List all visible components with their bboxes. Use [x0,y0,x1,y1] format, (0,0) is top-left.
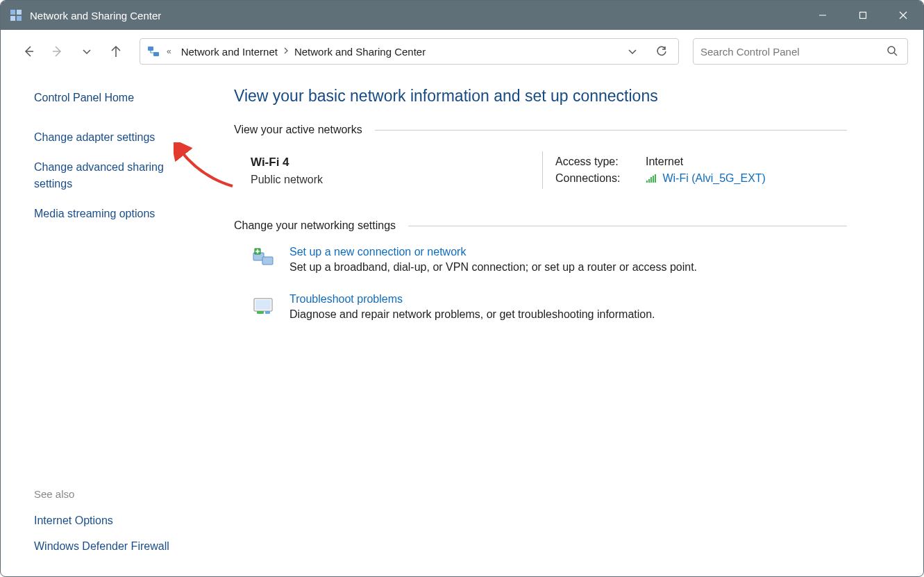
sidebar-control-panel-home[interactable]: Control Panel Home [34,90,194,106]
search-box[interactable] [693,38,908,65]
access-type-value: Internet [646,156,683,168]
breadcrumb-network-sharing-center[interactable]: Network and Sharing Center [290,43,430,60]
svg-rect-26 [257,311,264,314]
search-icon[interactable] [887,45,900,58]
change-networking-heading: Change your networking settings [234,219,396,232]
see-also-windows-defender-firewall[interactable]: Windows Defender Firewall [34,538,194,554]
troubleshoot-desc: Diagnose and repair network problems, or… [289,308,655,321]
see-also-internet-options[interactable]: Internet Options [34,512,194,528]
svg-rect-25 [255,300,271,310]
svg-line-14 [894,53,897,56]
svg-rect-0 [10,10,15,15]
vertical-divider [542,151,543,189]
sidebar: Control Panel Home Change adapter settin… [1,73,209,576]
maximize-button[interactable] [843,1,883,30]
connections-label: Connections: [555,172,646,186]
connection-link[interactable]: Wi-Fi (Alvi_5G_EXT) [662,172,765,184]
svg-rect-16 [648,179,650,183]
back-button[interactable] [16,39,41,64]
divider [408,226,847,226]
main-content: View your basic network information and … [209,73,923,576]
minimize-button[interactable] [803,1,843,30]
svg-rect-1 [17,10,22,15]
svg-rect-27 [265,311,270,314]
active-networks-heading: View your active networks [234,124,362,136]
title-bar: Network and Sharing Center [1,1,923,30]
svg-rect-11 [148,47,153,51]
troubleshoot-link[interactable]: Troubleshoot problems [289,293,403,306]
svg-rect-15 [646,181,648,183]
search-input[interactable] [700,46,887,58]
toolbar: « Network and Internet Network and Shari… [1,30,923,73]
recent-dropdown-button[interactable] [74,39,99,64]
up-button[interactable] [103,39,128,64]
svg-point-13 [888,47,895,53]
network-type: Public network [251,174,542,186]
svg-rect-19 [655,174,656,183]
svg-rect-2 [10,16,15,21]
setup-connection-desc: Set up a broadband, dial-up, or VPN conn… [289,261,697,274]
window-title: Network and Sharing Center [30,10,803,22]
network-center-icon [146,44,161,59]
breadcrumb-network-internet[interactable]: Network and Internet [177,43,282,60]
setup-connection-link[interactable]: Set up a new connection or network [289,246,466,258]
svg-rect-21 [262,257,273,265]
sidebar-media-streaming-options[interactable]: Media streaming options [34,206,194,221]
svg-rect-18 [653,176,654,183]
sidebar-change-adapter-settings[interactable]: Change adapter settings [34,129,194,145]
signal-strength-icon [646,174,657,186]
close-button[interactable] [883,1,923,30]
chevron-right-icon [282,47,290,56]
refresh-button[interactable] [648,40,675,63]
access-type-label: Access type: [555,156,646,168]
address-dropdown-button[interactable] [619,40,646,63]
control-panel-icon [9,8,23,22]
troubleshoot-icon [251,293,277,318]
breadcrumb-overflow-icon[interactable]: « [167,47,170,56]
svg-rect-17 [650,177,652,183]
network-name: Wi-Fi 4 [251,156,542,169]
setup-connection-icon [251,246,277,271]
sidebar-change-advanced-sharing[interactable]: Change advanced sharing settings [34,159,194,191]
svg-rect-5 [860,12,866,19]
address-bar[interactable]: « Network and Internet Network and Shari… [140,38,679,65]
page-title: View your basic network information and … [234,87,847,106]
svg-rect-3 [17,16,22,21]
see-also-label: See also [34,488,194,500]
forward-button[interactable] [45,39,70,64]
divider [375,130,847,131]
